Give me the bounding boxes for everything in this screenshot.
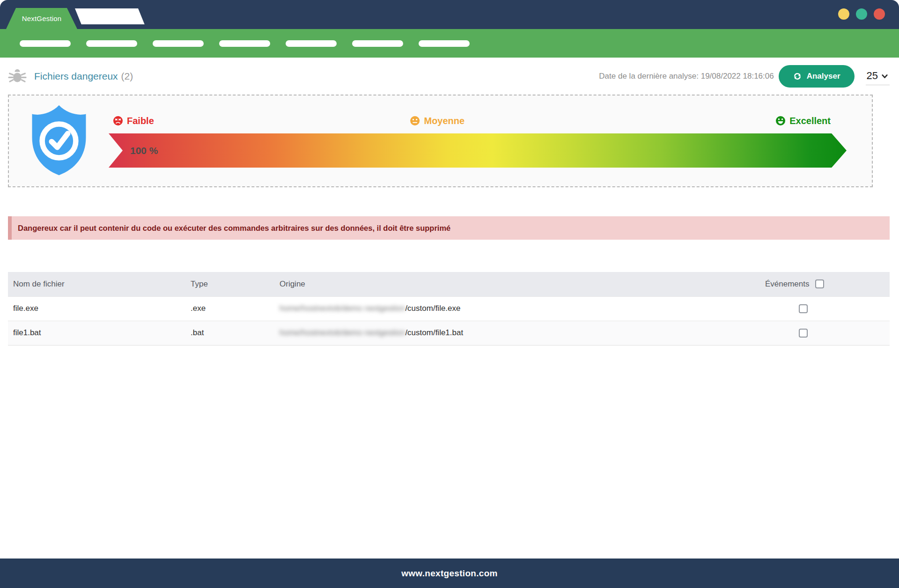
footer: www.nextgestion.com xyxy=(0,559,899,588)
table-header-row: Nom de fichier Type Origine Événements xyxy=(8,272,890,296)
table-row: file.exe .exe home/hostnextvb/demo nextg… xyxy=(8,296,890,321)
nav-item-placeholder[interactable] xyxy=(86,40,137,47)
dangerous-files-table: Nom de fichier Type Origine Événements f… xyxy=(8,272,890,345)
column-header-origin: Origine xyxy=(279,272,763,296)
level-moyenne: Moyenne xyxy=(409,115,464,126)
row-checkbox[interactable] xyxy=(799,329,808,338)
nav-item-placeholder[interactable] xyxy=(286,40,337,47)
page-size-value: 25 xyxy=(867,70,878,82)
level-label: Moyenne xyxy=(424,116,464,126)
close-button-icon[interactable] xyxy=(874,8,885,20)
angry-face-icon xyxy=(112,115,124,126)
file-type: .bat xyxy=(190,321,279,345)
page-title-count: (2) xyxy=(121,71,133,82)
nav-item-placeholder[interactable] xyxy=(352,40,403,47)
shield-check-icon xyxy=(23,104,95,178)
level-excellent: Excellent xyxy=(775,115,831,126)
header-actions: Date de la dernière analyse: 19/08/2022 … xyxy=(599,65,890,88)
column-header-type: Type xyxy=(190,272,279,296)
file-origin: home/hostnextvb/demo nextgestion/custom/… xyxy=(279,296,763,321)
minimize-button-icon[interactable] xyxy=(838,8,849,20)
danger-alert-message: Dangereux car il peut contenir du code o… xyxy=(18,224,450,233)
select-all-checkbox[interactable] xyxy=(815,279,824,288)
maximize-button-icon[interactable] xyxy=(856,8,867,20)
security-score-panel: Faible Moyenne xyxy=(8,95,873,187)
page-header: Fichiers dangereux (2) Date de la derniè… xyxy=(8,58,890,95)
brand-tab-label: NextGestion xyxy=(22,15,62,22)
neutral-face-icon xyxy=(409,115,420,126)
nav-item-placeholder[interactable] xyxy=(153,40,204,47)
file-origin-path: /custom/file.exe xyxy=(405,304,460,313)
file-origin: home/hostnextvb/demo nextgestion/custom/… xyxy=(279,321,763,345)
page-title: Fichiers dangereux xyxy=(34,71,118,82)
nav-item-placeholder[interactable] xyxy=(419,40,470,47)
window-titlebar: NextGestion xyxy=(0,0,899,29)
bug-icon xyxy=(8,67,27,86)
score-bar-area: Faible Moyenne xyxy=(109,114,847,168)
blank-tab[interactable] xyxy=(75,8,145,24)
level-label: Faible xyxy=(127,116,154,126)
main-content: Fichiers dangereux (2) Date de la derniè… xyxy=(0,58,899,559)
file-name: file.exe xyxy=(8,296,190,321)
main-navbar xyxy=(0,29,899,58)
level-faible: Faible xyxy=(112,115,154,126)
table-row: file1.bat .bat home/hostnextvb/demo next… xyxy=(8,321,890,345)
level-label: Excellent xyxy=(789,116,831,126)
score-gradient-bar: 100 % xyxy=(109,133,847,168)
file-origin-blurred: home/hostnextvb/demo nextgestion xyxy=(280,328,405,337)
file-type: .exe xyxy=(190,296,279,321)
column-header-name: Nom de fichier xyxy=(8,272,190,296)
danger-alert: Dangereux car il peut contenir du code o… xyxy=(8,216,890,240)
brand-tab[interactable]: NextGestion xyxy=(6,8,77,29)
happy-face-icon xyxy=(775,115,786,126)
file-name: file1.bat xyxy=(8,321,190,345)
score-levels: Faible Moyenne xyxy=(109,115,847,129)
chevron-down-icon xyxy=(881,72,889,80)
window-controls xyxy=(838,8,885,20)
footer-url: www.nextgestion.com xyxy=(401,568,498,579)
score-value: 100 % xyxy=(130,145,158,156)
nav-item-placeholder[interactable] xyxy=(20,40,71,47)
analyse-button-label: Analyser xyxy=(807,72,840,81)
row-checkbox[interactable] xyxy=(799,304,808,313)
page-size-select[interactable]: 25 xyxy=(866,67,890,85)
last-analysis-label: Date de la dernière analyse: 19/08/2022 … xyxy=(599,72,774,81)
refresh-icon xyxy=(793,72,802,81)
column-header-events: Événements xyxy=(765,279,810,289)
file-origin-path: /custom/file1.bat xyxy=(405,328,463,337)
file-origin-blurred: home/hostnextvb/demo nextgestion xyxy=(280,304,405,313)
analyse-button[interactable]: Analyser xyxy=(779,65,855,88)
shield-wrap xyxy=(9,104,109,178)
nav-item-placeholder[interactable] xyxy=(219,40,270,47)
